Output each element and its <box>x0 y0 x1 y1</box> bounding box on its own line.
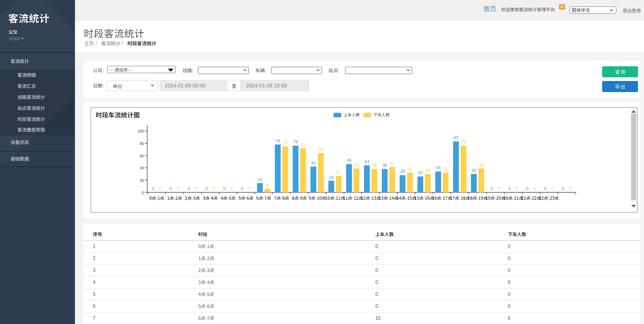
svg-text:0: 0 <box>223 186 226 191</box>
svg-text:34: 34 <box>436 165 441 170</box>
svg-text:38: 38 <box>382 162 387 168</box>
svg-text:0: 0 <box>534 186 536 191</box>
svg-text:0: 0 <box>230 186 233 191</box>
svg-text:0: 0 <box>142 191 144 195</box>
svg-text:0: 0 <box>177 186 180 191</box>
svg-text:30: 30 <box>472 168 477 173</box>
svg-text:0: 0 <box>562 186 564 191</box>
svg-text:0: 0 <box>526 186 529 191</box>
svg-text:0: 0 <box>170 186 172 191</box>
svg-text:0: 0 <box>490 186 493 191</box>
svg-text:39: 39 <box>354 162 359 167</box>
svg-text:0: 0 <box>516 186 518 191</box>
svg-text:0: 0 <box>544 186 546 191</box>
svg-text:0: 0 <box>159 186 162 191</box>
svg-text:38: 38 <box>372 162 377 168</box>
svg-text:30: 30 <box>426 168 431 173</box>
svg-text:78: 78 <box>275 138 280 143</box>
svg-text:32: 32 <box>408 166 413 171</box>
svg-text:0: 0 <box>187 186 190 191</box>
svg-text:39: 39 <box>479 162 484 167</box>
svg-text:76: 76 <box>461 139 466 144</box>
svg-text:41: 41 <box>390 161 395 166</box>
svg-text:64: 64 <box>318 146 323 151</box>
svg-text:60: 60 <box>140 154 144 158</box>
svg-text:27: 27 <box>336 169 341 174</box>
svg-text:6: 6 <box>266 182 269 187</box>
svg-text:44: 44 <box>364 159 369 164</box>
svg-text:83: 83 <box>454 135 459 140</box>
svg-text:0: 0 <box>569 186 572 191</box>
svg-text:0: 0 <box>248 186 251 191</box>
svg-text:40: 40 <box>140 166 144 170</box>
svg-text:0: 0 <box>241 186 244 191</box>
svg-text:76: 76 <box>293 139 298 144</box>
svg-text:0: 0 <box>552 186 554 191</box>
svg-text:0: 0 <box>152 186 155 191</box>
svg-text:0: 0 <box>498 186 500 191</box>
svg-text:15: 15 <box>258 177 263 182</box>
svg-text:20: 20 <box>140 178 144 183</box>
svg-text:42: 42 <box>311 160 316 165</box>
svg-text:0: 0 <box>195 186 198 191</box>
svg-text:75: 75 <box>283 140 288 145</box>
svg-text:0: 0 <box>213 186 215 191</box>
svg-text:19: 19 <box>329 174 334 179</box>
svg-text:72: 72 <box>300 142 305 147</box>
svg-text:46: 46 <box>346 157 351 162</box>
svg-text:26: 26 <box>418 170 423 175</box>
svg-text:0: 0 <box>508 186 511 191</box>
svg-text:28: 28 <box>400 168 405 174</box>
svg-text:0: 0 <box>205 186 208 191</box>
svg-text:32: 32 <box>443 166 448 171</box>
svg-text:80: 80 <box>140 141 144 146</box>
svg-text:100: 100 <box>138 129 144 133</box>
